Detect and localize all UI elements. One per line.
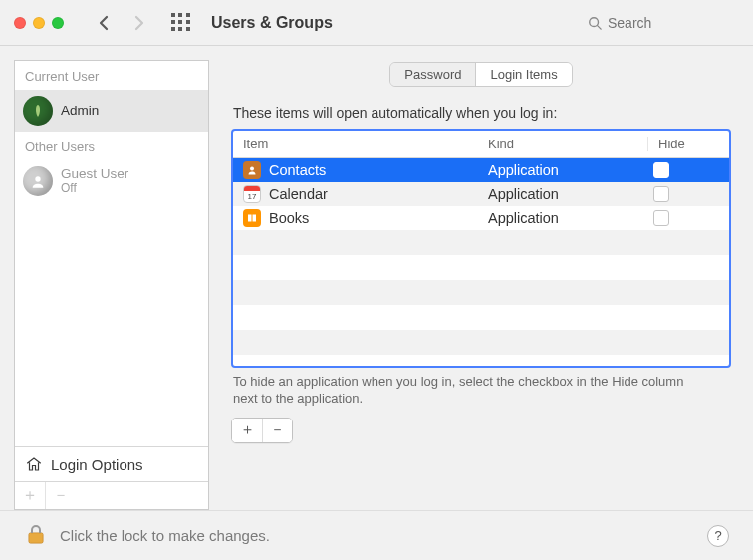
item-name: Contacts (269, 162, 326, 178)
table-fill (233, 230, 729, 355)
svg-rect-4 (29, 533, 43, 543)
table-row[interactable]: 17 Calendar Application (233, 182, 729, 206)
avatar (23, 166, 53, 196)
user-add-remove-bar: ＋ － (15, 481, 208, 509)
users-sidebar: Current User Admin Other Users Guest Use… (14, 60, 209, 510)
other-users-section-label: Other Users (15, 132, 208, 160)
minimize-window-button[interactable] (33, 17, 45, 29)
toolbar: Users & Groups (0, 0, 753, 46)
hide-checkbox[interactable] (653, 186, 669, 202)
svg-point-2 (35, 176, 40, 181)
hide-checkbox[interactable] (653, 210, 669, 226)
user-name-label: Guest User (61, 167, 128, 182)
login-item-add-remove: ＋ － (231, 418, 293, 443)
user-name-label: Admin (61, 104, 99, 119)
lock-text: Click the lock to make changes. (60, 527, 270, 544)
search-icon (588, 16, 602, 30)
zoom-window-button[interactable] (52, 17, 64, 29)
back-button[interactable] (90, 10, 118, 36)
hide-checkbox[interactable] (653, 162, 669, 178)
sidebar-user-admin[interactable]: Admin (15, 90, 208, 132)
close-window-button[interactable] (14, 17, 26, 29)
house-icon (25, 455, 43, 473)
calendar-icon: 17 (243, 185, 261, 203)
tab-password[interactable]: Password (390, 63, 475, 86)
login-options-button[interactable]: Login Options (15, 446, 208, 481)
add-login-item-button[interactable]: ＋ (232, 419, 262, 442)
avatar (23, 96, 53, 126)
sidebar-user-guest[interactable]: Guest User Off (15, 160, 208, 202)
login-items-footnote: To hide an application when you log in, … (233, 374, 691, 408)
svg-line-1 (598, 25, 602, 29)
col-item-header[interactable]: Item (243, 137, 488, 151)
table-header: Item Kind Hide (233, 131, 729, 158)
contacts-icon (243, 161, 261, 179)
item-kind: Application (488, 162, 647, 178)
search-input[interactable] (608, 15, 731, 31)
item-kind: Application (488, 210, 647, 226)
login-items-hint: These items will open automatically when… (233, 105, 731, 121)
panel-tabs: Password Login Items (389, 62, 572, 87)
remove-user-button[interactable]: － (45, 482, 75, 509)
lock-icon[interactable] (24, 522, 48, 549)
item-kind: Application (488, 186, 647, 202)
user-status-label: Off (61, 182, 128, 195)
forward-button[interactable] (126, 10, 153, 36)
search-field[interactable] (580, 11, 739, 35)
page-title: Users & Groups (211, 14, 333, 32)
svg-point-3 (250, 167, 254, 171)
remove-login-item-button[interactable]: － (262, 419, 292, 442)
traffic-lights (14, 17, 64, 29)
show-all-icon[interactable] (171, 13, 191, 33)
table-row[interactable]: Contacts Application (233, 158, 729, 182)
bottom-bar: Click the lock to make changes. ? (0, 510, 753, 560)
login-items-table: Item Kind Hide Contacts Appl (231, 129, 731, 368)
help-button[interactable]: ? (707, 525, 729, 547)
books-icon (243, 209, 261, 227)
current-user-section-label: Current User (15, 61, 208, 90)
add-user-button[interactable]: ＋ (15, 482, 45, 509)
item-name: Calendar (269, 186, 328, 202)
table-row[interactable]: Books Application (233, 206, 729, 230)
col-kind-header[interactable]: Kind (488, 137, 647, 151)
tab-login-items[interactable]: Login Items (475, 63, 571, 86)
main-panel: Password Login Items These items will op… (223, 60, 739, 510)
col-hide-header[interactable]: Hide (647, 137, 719, 151)
item-name: Books (269, 210, 309, 226)
login-options-label: Login Options (51, 456, 143, 473)
